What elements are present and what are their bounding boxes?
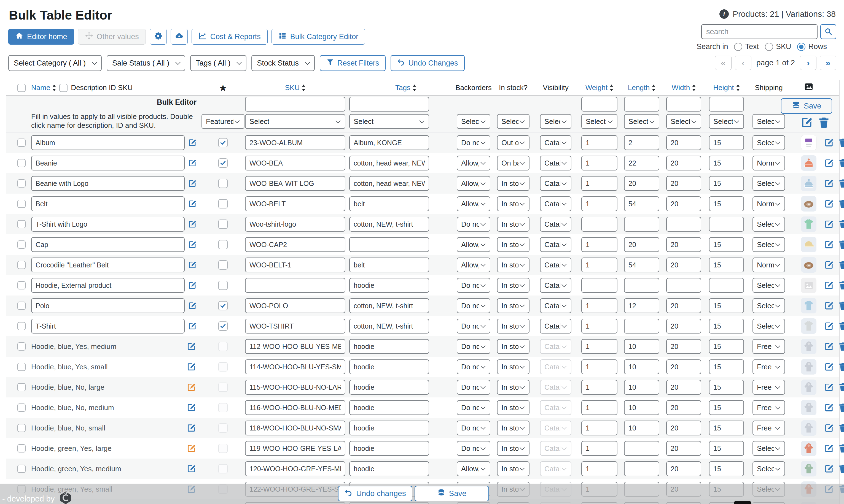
- row-delete-icon[interactable]: [838, 218, 844, 230]
- row-delete-icon[interactable]: [838, 401, 844, 414]
- weight-input[interactable]: [581, 420, 617, 435]
- row-edit-icon[interactable]: [824, 320, 834, 332]
- width-input[interactable]: [666, 339, 701, 354]
- weight-input[interactable]: [581, 196, 617, 211]
- height-input[interactable]: [709, 319, 744, 334]
- instock-select[interactable]: In stoc: [497, 380, 530, 395]
- description-id-sku-checkbox[interactable]: [59, 84, 68, 92]
- width-input[interactable]: [666, 257, 701, 272]
- instock-select[interactable]: In stoc: [497, 196, 530, 211]
- tags-input[interactable]: [349, 176, 429, 191]
- row-delete-icon[interactable]: [838, 198, 844, 210]
- product-name-input[interactable]: [31, 319, 185, 334]
- bulk-sku-select[interactable]: Select: [245, 114, 345, 129]
- tags-input[interactable]: [349, 298, 429, 313]
- backorders-select[interactable]: Allow, b: [457, 461, 490, 476]
- instock-select[interactable]: In stoc: [497, 257, 530, 272]
- bulk-tags-input[interactable]: [349, 97, 429, 111]
- row-delete-icon[interactable]: [838, 177, 844, 190]
- tags-input[interactable]: [349, 441, 429, 456]
- instock-select[interactable]: On bac: [497, 156, 530, 170]
- row-edit-icon[interactable]: [824, 218, 834, 230]
- length-input[interactable]: [624, 196, 659, 211]
- instock-select[interactable]: In stoc: [497, 400, 530, 415]
- shipping-select[interactable]: Select: [753, 319, 785, 334]
- height-input[interactable]: [709, 217, 744, 232]
- visibility-select[interactable]: Catalog: [540, 176, 571, 191]
- visibility-select[interactable]: Catalog: [540, 217, 571, 232]
- product-name-input[interactable]: [31, 196, 185, 211]
- name-edit-icon[interactable]: [188, 219, 196, 229]
- length-input[interactable]: [624, 257, 659, 272]
- row-delete-icon[interactable]: [838, 320, 844, 332]
- weight-input[interactable]: [581, 298, 617, 313]
- instock-select[interactable]: In stoc: [497, 339, 530, 354]
- shipping-select[interactable]: Free: [753, 380, 785, 395]
- length-input[interactable]: [624, 380, 659, 395]
- row-select-checkbox[interactable]: [17, 200, 25, 208]
- visibility-select[interactable]: Catalog: [540, 359, 571, 374]
- shipping-select[interactable]: Normal: [753, 257, 785, 272]
- sku-input[interactable]: [245, 237, 345, 252]
- select-all-checkbox[interactable]: [17, 84, 25, 92]
- category-filter-select[interactable]: Select Category ( All ): [8, 55, 102, 71]
- shipping-select[interactable]: Normal: [753, 196, 785, 211]
- width-input[interactable]: [666, 278, 701, 293]
- weight-input[interactable]: [581, 278, 617, 293]
- tags-input[interactable]: [349, 278, 429, 293]
- instock-select[interactable]: Out of: [497, 135, 530, 150]
- name-edit-icon[interactable]: [188, 179, 196, 188]
- editor-home-button[interactable]: Editor home: [8, 29, 74, 44]
- weight-input[interactable]: [581, 217, 617, 232]
- radio-text[interactable]: [734, 43, 742, 51]
- tags-input[interactable]: [349, 461, 429, 476]
- bulk-width-input[interactable]: [666, 97, 701, 111]
- bulk-edit-icon[interactable]: [801, 116, 813, 129]
- product-name-input[interactable]: [31, 176, 185, 191]
- length-input[interactable]: [624, 420, 659, 435]
- shipping-select[interactable]: Select: [753, 461, 785, 476]
- featured-checkbox[interactable]: [218, 219, 228, 229]
- featured-checkbox[interactable]: [218, 281, 228, 290]
- row-edit-icon[interactable]: [824, 279, 834, 291]
- row-delete-icon[interactable]: [838, 238, 844, 251]
- search-in-text-option[interactable]: Text: [734, 42, 759, 51]
- backorders-select[interactable]: Do not: [457, 339, 490, 354]
- sale-status-filter-select[interactable]: Sale Status ( All ): [107, 55, 185, 71]
- bulk-backorders-select[interactable]: Select: [457, 114, 490, 129]
- instock-select[interactable]: In stoc: [497, 359, 530, 374]
- row-edit-icon[interactable]: [824, 361, 834, 373]
- product-name-input[interactable]: [31, 257, 185, 272]
- width-input[interactable]: [666, 400, 701, 415]
- row-edit-icon[interactable]: [824, 300, 834, 312]
- width-input[interactable]: [666, 156, 701, 170]
- featured-checkbox[interactable]: [218, 199, 228, 209]
- width-input[interactable]: [666, 461, 701, 476]
- row-delete-icon[interactable]: [838, 463, 844, 475]
- radio-rows[interactable]: [797, 43, 805, 51]
- visibility-select[interactable]: Catalog: [540, 278, 571, 293]
- shipping-select[interactable]: Select: [753, 217, 785, 232]
- row-edit-icon[interactable]: [824, 340, 834, 353]
- row-edit-icon[interactable]: [824, 157, 834, 169]
- name-edit-icon[interactable]: [188, 301, 196, 310]
- sort-length-header[interactable]: Length: [628, 84, 656, 92]
- row-select-checkbox[interactable]: [17, 179, 25, 187]
- export-button[interactable]: [171, 29, 188, 44]
- row-select-checkbox[interactable]: [17, 342, 25, 350]
- sku-input[interactable]: [245, 196, 345, 211]
- instock-select[interactable]: In stoc: [497, 217, 530, 232]
- visibility-select[interactable]: Catalog: [540, 237, 571, 252]
- width-input[interactable]: [666, 237, 701, 252]
- row-select-checkbox[interactable]: [17, 322, 25, 330]
- row-select-checkbox[interactable]: [17, 240, 25, 249]
- weight-input[interactable]: [581, 156, 617, 170]
- row-delete-icon[interactable]: [838, 137, 844, 149]
- backorders-select[interactable]: Do not: [457, 420, 490, 435]
- row-select-checkbox[interactable]: [17, 403, 25, 412]
- sku-input[interactable]: [245, 441, 345, 456]
- tags-input[interactable]: [349, 339, 429, 354]
- name-edit-icon[interactable]: [187, 403, 196, 412]
- row-edit-icon[interactable]: [824, 259, 834, 271]
- name-edit-icon[interactable]: [187, 342, 196, 351]
